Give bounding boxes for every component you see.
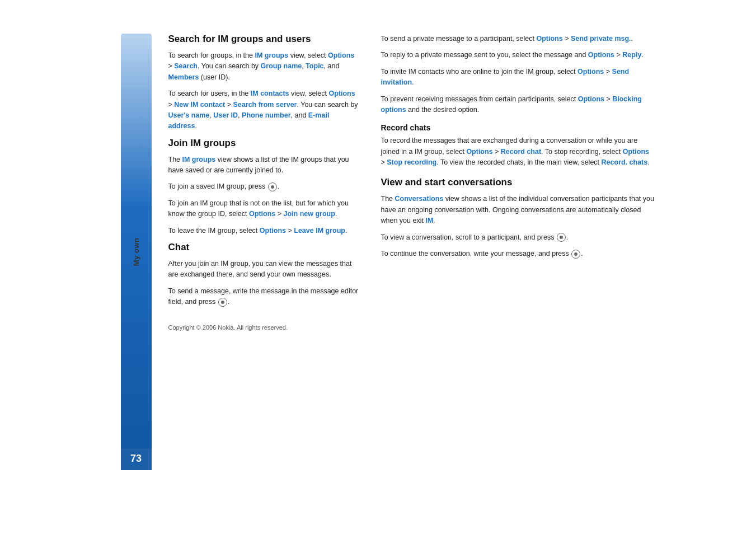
conversations-para-1: The Conversations view shows a list of t…	[381, 194, 655, 226]
topic-link[interactable]: Topic	[306, 62, 323, 70]
nav-button-icon-3	[557, 233, 566, 242]
reply-link[interactable]: Reply	[622, 51, 641, 59]
options-link-7[interactable]: Options	[577, 68, 604, 76]
options-link-9[interactable]: Options	[466, 148, 492, 156]
options-link-8[interactable]: Options	[578, 95, 604, 103]
record-chats-para: To record the messages that are exchange…	[381, 135, 655, 168]
join-para-1: The IM groups view shows a list of the I…	[168, 154, 359, 176]
right-para-3: To invite IM contacts who are online to …	[381, 67, 655, 88]
join-para-3: To join an IM group that is not on the l…	[168, 198, 359, 220]
sidebar: My own 73	[101, 34, 152, 470]
sidebar-bar: My own 73	[121, 34, 152, 470]
right-para-2: To reply to a private message sent to yo…	[381, 50, 655, 60]
two-col-layout: Search for IM groups and users To search…	[168, 34, 655, 331]
stop-recording-link[interactable]: Stop recording	[387, 158, 436, 166]
user-id-link[interactable]: User ID	[213, 111, 238, 119]
conversations-heading: View and start conversations	[381, 177, 655, 188]
im-contacts-link[interactable]: IM contacts	[251, 90, 289, 97]
options-link-1[interactable]: Options	[328, 51, 354, 59]
record-chats-heading: Record chats	[381, 123, 655, 132]
group-name-link[interactable]: Group name	[261, 62, 302, 70]
im-groups-link-1[interactable]: IM groups	[255, 51, 288, 59]
send-private-msg-link[interactable]: Send private msg.	[571, 35, 631, 43]
chat-para-1: After you join an IM group, you can view…	[168, 259, 359, 280]
members-link[interactable]: Members	[168, 73, 199, 81]
record-chat-link[interactable]: Record chat	[501, 148, 541, 156]
im-groups-link-2[interactable]: IM groups	[182, 156, 216, 163]
leave-im-group-link[interactable]: Leave IM group	[294, 227, 345, 235]
phone-number-link[interactable]: Phone number	[242, 111, 291, 119]
options-link-6[interactable]: Options	[588, 51, 614, 59]
search-link[interactable]: Search	[174, 62, 198, 70]
join-para-2: To join a saved IM group, press .	[168, 181, 359, 192]
footer: Copyright © 2006 Nokia. All rights reser…	[168, 324, 359, 331]
users-name-link[interactable]: User's name	[168, 111, 210, 119]
join-para-4: To leave the IM group, select Options > …	[168, 226, 359, 236]
options-link-2[interactable]: Options	[328, 90, 355, 97]
right-para-1: To send a private message to a participa…	[381, 34, 655, 44]
conversations-para-3: To continue the conversation, write your…	[381, 249, 655, 259]
new-im-contact-link[interactable]: New IM contact	[174, 101, 225, 109]
conversations-para-2: To view a conversation, scroll to a part…	[381, 232, 655, 243]
search-from-server-link[interactable]: Search from server	[233, 101, 297, 109]
right-column: To send a private message to a participa…	[381, 34, 655, 331]
search-section-heading: Search for IM groups and users	[168, 34, 359, 45]
nav-button-icon-4	[571, 250, 580, 259]
join-new-group-link[interactable]: Join new group	[284, 210, 335, 218]
chat-heading: Chat	[168, 242, 359, 253]
sidebar-label: My own	[132, 238, 140, 266]
join-im-groups-heading: Join IM groups	[168, 138, 359, 149]
search-para-1: To search for groups, in the IM groups v…	[168, 50, 359, 83]
right-para-4: To prevent receiving messages from certa…	[381, 94, 655, 116]
left-column: Search for IM groups and users To search…	[168, 34, 359, 331]
options-link-10[interactable]: Options	[623, 148, 649, 156]
nav-button-icon-1	[268, 182, 277, 191]
conversations-link[interactable]: Conversations	[395, 195, 444, 203]
record-chats-link[interactable]: Record. chats	[602, 158, 648, 166]
nav-button-icon-2	[218, 298, 227, 307]
copyright-text: Copyright © 2006 Nokia. All rights reser…	[168, 324, 288, 331]
options-link-4[interactable]: Options	[260, 227, 286, 235]
content-area: Search for IM groups and users To search…	[152, 34, 655, 331]
options-link-3[interactable]: Options	[249, 210, 275, 218]
page-number: 73	[121, 448, 152, 470]
chat-para-2: To send a message, write the message in …	[168, 286, 359, 308]
options-link-5[interactable]: Options	[536, 35, 562, 43]
im-link[interactable]: IM	[425, 217, 433, 224]
search-para-2: To search for users, in the IM contacts …	[168, 88, 359, 132]
